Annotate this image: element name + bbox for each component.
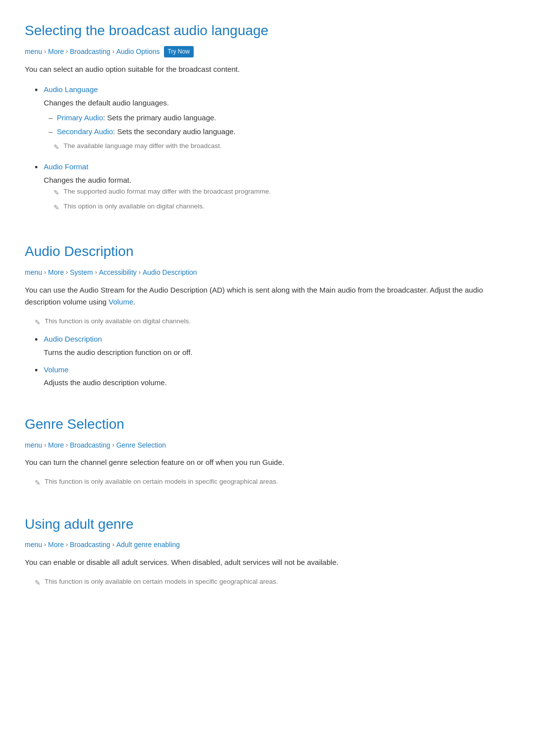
note-audio-language: ✎ The available language may differ with… <box>54 141 510 152</box>
note-genre-selection: ✎ This function is only available on cer… <box>35 476 510 488</box>
breadcrumb-more-3[interactable]: More <box>48 440 64 451</box>
breadcrumb-2: menu › More › System › Accessibility › A… <box>25 267 510 278</box>
note-text-audio-desc-top: This function is only available on digit… <box>45 316 191 327</box>
breadcrumb-broadcasting-3[interactable]: Broadcasting <box>70 440 110 451</box>
chevron-icon-9: › <box>66 441 68 450</box>
breadcrumb-more-2[interactable]: More <box>48 267 64 278</box>
pencil-icon-6: ✎ <box>35 577 41 588</box>
breadcrumb-accessibility[interactable]: Accessibility <box>99 267 137 278</box>
bullet-title-audio-format[interactable]: Audio Format <box>44 162 88 171</box>
section-title-2: Audio Description <box>25 241 510 263</box>
chevron-icon-4: › <box>44 268 46 277</box>
chevron-icon-3: › <box>112 47 114 56</box>
breadcrumb-audio-options[interactable]: Audio Options <box>116 46 160 57</box>
dash-icon-1: – <box>49 112 53 124</box>
chevron-icon-12: › <box>66 540 68 550</box>
bullet-dot-4: • <box>35 364 38 377</box>
breadcrumb-audio-description[interactable]: Audio Description <box>143 267 197 278</box>
section-selecting-broadcast-audio: Selecting the broadcast audio language m… <box>25 20 510 216</box>
pencil-icon-4: ✎ <box>35 317 41 328</box>
sub-list-audio-language: – Primary Audio: Sets the primary audio … <box>49 112 510 138</box>
chevron-icon-8: › <box>44 441 46 450</box>
bullet-item-audio-description: • Audio Description Turns the audio desc… <box>35 333 510 358</box>
primary-audio-link[interactable]: Primary Audio <box>57 113 103 122</box>
note-adult-genre: ✎ This function is only available on cer… <box>35 576 510 588</box>
bullet-item-volume: • Volume Adjusts the audio description v… <box>35 363 510 389</box>
breadcrumb-adult-genre[interactable]: Adult genre enabling <box>116 539 180 550</box>
pencil-icon-1: ✎ <box>54 142 59 152</box>
bullet-desc-volume: Adjusts the audio description volume. <box>44 377 510 389</box>
section-adult-genre: Using adult genre menu › More › Broadcas… <box>25 513 510 589</box>
chevron-icon-7: › <box>139 268 141 277</box>
section-desc-2-suffix: . <box>133 298 135 306</box>
volume-link[interactable]: Volume <box>108 298 133 306</box>
section-desc-4: You can enable or disable all adult serv… <box>25 556 510 568</box>
note-text-audio-format-1: The supported audio format may differ wi… <box>63 186 270 197</box>
breadcrumb-menu-4[interactable]: menu <box>25 539 42 550</box>
sub-item-primary-audio: – Primary Audio: Sets the primary audio … <box>49 112 510 124</box>
breadcrumb-broadcasting-4[interactable]: Broadcasting <box>70 539 110 550</box>
secondary-audio-link[interactable]: Secondary Audio <box>57 127 113 136</box>
section-desc-1: You can select an audio option suitable … <box>25 63 510 75</box>
bullet-content-audio-format: Audio Format Changes the audio format. ✎… <box>44 160 510 216</box>
bullet-title-audio-language[interactable]: Audio Language <box>44 85 98 94</box>
bullet-title-audio-desc[interactable]: Audio Description <box>44 335 102 343</box>
pencil-icon-3: ✎ <box>54 202 59 213</box>
try-now-badge-1[interactable]: Try Now <box>164 46 194 57</box>
note-audio-format-1: ✎ The supported audio format may differ … <box>54 186 510 198</box>
breadcrumb-more-1[interactable]: More <box>48 46 64 57</box>
section-desc-3: You can turn the channel genre selection… <box>25 456 510 468</box>
note-audio-format-2: ✎ This option is only available on digit… <box>54 201 510 213</box>
breadcrumb-broadcasting-1[interactable]: Broadcasting <box>70 46 110 57</box>
bullet-content-audio-desc: Audio Description Turns the audio descri… <box>44 333 510 358</box>
secondary-audio-desc: : Sets the secondary audio language. <box>113 127 236 136</box>
breadcrumb-system[interactable]: System <box>70 267 93 278</box>
bullet-dot-3: • <box>35 334 38 346</box>
section-title-3: Genre Selection <box>25 413 510 436</box>
bullet-content-audio-language: Audio Language Changes the default audio… <box>44 83 510 155</box>
bullet-item-audio-format: • Audio Format Changes the audio format.… <box>35 160 510 216</box>
section-audio-description: Audio Description menu › More › System ›… <box>25 241 510 389</box>
bullet-title-volume[interactable]: Volume <box>44 365 68 374</box>
bullet-list-2: • Audio Description Turns the audio desc… <box>25 333 510 389</box>
breadcrumb-3: menu › More › Broadcasting › Genre Selec… <box>25 440 510 451</box>
breadcrumb-4: menu › More › Broadcasting › Adult genre… <box>25 539 510 550</box>
breadcrumb-genre-selection[interactable]: Genre Selection <box>116 440 166 451</box>
bullet-desc-audio-language: Changes the default audio languages. <box>44 97 510 109</box>
bullet-desc-audio-format: Changes the audio format. <box>44 174 510 186</box>
pencil-icon-2: ✎ <box>54 187 59 198</box>
bullet-item-audio-language: • Audio Language Changes the default aud… <box>35 83 510 155</box>
chevron-icon-6: › <box>95 268 97 277</box>
section-desc-2: You can use the Audio Stream for the Aud… <box>25 284 510 308</box>
sub-item-text-secondary: Secondary Audio: Sets the secondary audi… <box>57 126 236 138</box>
chevron-icon-13: › <box>112 540 114 550</box>
chevron-icon-2: › <box>66 47 68 56</box>
chevron-icon-5: › <box>66 268 68 277</box>
sub-item-text-primary: Primary Audio: Sets the primary audio la… <box>57 112 216 124</box>
section-title-4: Using adult genre <box>25 513 510 536</box>
breadcrumb-more-4[interactable]: More <box>48 539 64 550</box>
bullet-list-1: • Audio Language Changes the default aud… <box>25 83 510 216</box>
note-audio-desc-top: ✎ This function is only available on dig… <box>35 316 510 328</box>
dash-icon-2: – <box>49 126 53 138</box>
note-text-adult-genre: This function is only available on certa… <box>45 576 278 587</box>
sub-item-secondary-audio: – Secondary Audio: Sets the secondary au… <box>49 126 510 138</box>
note-text-audio-language: The available language may differ with t… <box>63 141 221 151</box>
bullet-dot-2: • <box>35 161 38 174</box>
bullet-desc-audio-desc: Turns the audio description function on … <box>44 347 510 358</box>
pencil-icon-5: ✎ <box>35 477 41 488</box>
breadcrumb-menu-2[interactable]: menu <box>25 267 42 278</box>
chevron-icon-10: › <box>112 441 114 450</box>
section-title-1: Selecting the broadcast audio language <box>25 20 510 42</box>
breadcrumb-1: menu › More › Broadcasting › Audio Optio… <box>25 46 510 57</box>
breadcrumb-menu[interactable]: menu <box>25 46 42 57</box>
note-text-genre-selection: This function is only available on certa… <box>45 476 278 487</box>
chevron-icon-11: › <box>44 540 46 550</box>
breadcrumb-menu-3[interactable]: menu <box>25 440 42 451</box>
note-text-audio-format-2: This option is only available on digital… <box>63 201 204 212</box>
bullet-dot-1: • <box>35 84 38 97</box>
bullet-content-volume: Volume Adjusts the audio description vol… <box>44 363 510 389</box>
section-desc-2-text: You can use the Audio Stream for the Aud… <box>25 286 483 306</box>
chevron-icon-1: › <box>44 47 46 56</box>
section-genre-selection: Genre Selection menu › More › Broadcasti… <box>25 413 510 489</box>
